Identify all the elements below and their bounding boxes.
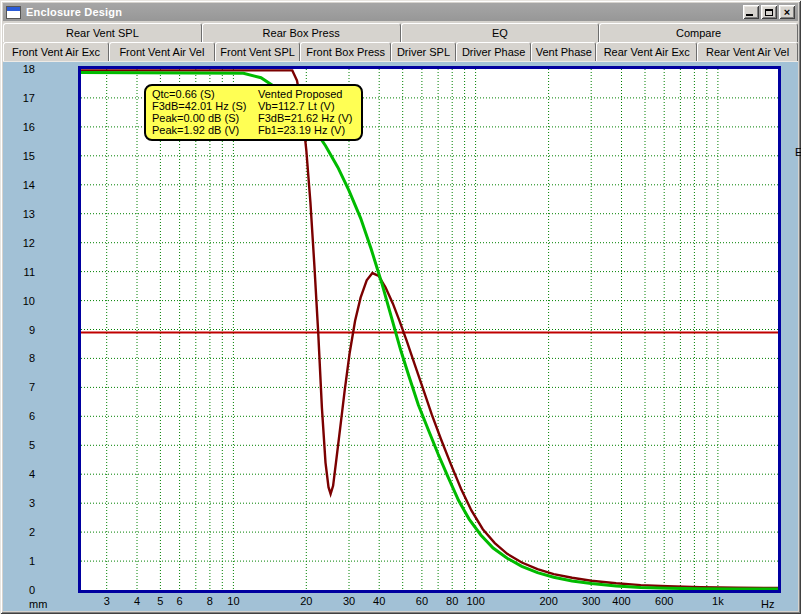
x-tick-100: 100 bbox=[466, 595, 484, 607]
y-tick-5: 5 bbox=[29, 439, 35, 451]
minimize-button[interactable] bbox=[743, 5, 759, 19]
y-tick-4: 4 bbox=[29, 468, 35, 480]
y-tick-17: 17 bbox=[23, 92, 35, 104]
tab-eq[interactable]: EQ bbox=[401, 23, 600, 42]
y-tick-13: 13 bbox=[23, 208, 35, 220]
window-icon bbox=[6, 6, 21, 19]
x-tick-200: 200 bbox=[539, 595, 557, 607]
y-tick-15: 15 bbox=[23, 150, 35, 162]
maximize-button[interactable] bbox=[761, 5, 777, 19]
tab-vent-phase[interactable]: Vent Phase bbox=[531, 42, 596, 61]
x-axis-unit: Hz bbox=[761, 598, 774, 610]
y-axis-labels: 0123456789101112131415161718 bbox=[5, 69, 49, 590]
x-tick-60: 60 bbox=[416, 595, 428, 607]
y-tick-0: 0 bbox=[29, 584, 35, 596]
x-tick-30: 30 bbox=[343, 595, 355, 607]
x-tick-300: 300 bbox=[582, 595, 600, 607]
tab-compare[interactable]: Compare bbox=[599, 23, 798, 42]
y-tick-6: 6 bbox=[29, 410, 35, 422]
x-tick-5: 5 bbox=[157, 595, 163, 607]
tab-front-vent-air-vel[interactable]: Front Vent Air Vel bbox=[109, 42, 215, 61]
legend: Exc bbox=[795, 143, 801, 160]
tab-rear-box-press[interactable]: Rear Box Press bbox=[202, 23, 401, 42]
y-tick-16: 16 bbox=[23, 121, 35, 133]
chart-panel: Qtc=0.66 (S)Vented ProposedF3dB=42.01 Hz… bbox=[3, 61, 798, 611]
excursion-plot bbox=[81, 69, 778, 590]
x-tick-4: 4 bbox=[134, 595, 140, 607]
y-axis-unit: mm bbox=[29, 598, 47, 610]
tab-rear-vent-air-vel[interactable]: Rear Vent Air Vel bbox=[697, 42, 798, 61]
y-tick-10: 10 bbox=[23, 295, 35, 307]
plot-svg bbox=[81, 69, 778, 590]
info-left-1: F3dB=42.01 Hz (S) bbox=[152, 100, 252, 112]
close-button[interactable]: × bbox=[779, 5, 795, 19]
tab-driver-spl[interactable]: Driver SPL bbox=[391, 42, 456, 61]
info-right-3: Fb1=23.19 Hz (V) bbox=[258, 124, 355, 136]
legend-label: Exc bbox=[795, 146, 801, 158]
info-left-3: Peak=1.92 dB (V) bbox=[152, 124, 252, 136]
y-tick-11: 11 bbox=[24, 266, 35, 278]
y-tick-2: 2 bbox=[29, 526, 35, 538]
tab-front-vent-spl[interactable]: Front Vent SPL bbox=[215, 42, 301, 61]
y-tick-8: 8 bbox=[29, 352, 35, 364]
x-tick-40: 40 bbox=[373, 595, 385, 607]
tab-rear-vent-air-exc[interactable]: Rear Vent Air Exc bbox=[596, 42, 697, 61]
x-tick-80: 80 bbox=[446, 595, 458, 607]
info-right-1: Vb=112.7 Lt (V) bbox=[258, 100, 355, 112]
alignment-info-box: Qtc=0.66 (S)Vented ProposedF3dB=42.01 Hz… bbox=[144, 84, 363, 141]
x-tick-600: 600 bbox=[655, 595, 673, 607]
minimize-icon bbox=[746, 14, 753, 16]
tab-rear-vent-spl[interactable]: Rear Vent SPL bbox=[3, 23, 202, 42]
x-tick-10: 10 bbox=[227, 595, 239, 607]
close-icon: × bbox=[784, 7, 790, 17]
window-title: Enclosure Design bbox=[26, 6, 741, 18]
x-tick-1k: 1k bbox=[712, 595, 724, 607]
y-tick-1: 1 bbox=[29, 555, 35, 567]
x-tick-3: 3 bbox=[104, 595, 110, 607]
y-tick-18: 18 bbox=[23, 63, 35, 75]
tab-front-box-press[interactable]: Front Box Press bbox=[300, 42, 391, 61]
title-bar[interactable]: Enclosure Design × bbox=[3, 3, 798, 21]
info-right-2: F3dB=21.62 Hz (V) bbox=[258, 112, 355, 124]
y-tick-9: 9 bbox=[29, 324, 35, 336]
info-left-2: Peak=0.00 dB (S) bbox=[152, 112, 252, 124]
info-left-0: Qtc=0.66 (S) bbox=[152, 88, 252, 100]
x-tick-6: 6 bbox=[177, 595, 183, 607]
y-tick-7: 7 bbox=[29, 381, 35, 393]
x-tick-8: 8 bbox=[207, 595, 213, 607]
y-tick-14: 14 bbox=[23, 179, 35, 191]
tab-driver-phase[interactable]: Driver Phase bbox=[456, 42, 531, 61]
plot-frame: Qtc=0.66 (S)Vented ProposedF3dB=42.01 Hz… bbox=[78, 66, 781, 593]
tab-row-1: Rear Vent SPLRear Box PressEQCompare bbox=[3, 23, 798, 42]
tab-row-2: Front Vent Air ExcFront Vent Air VelFron… bbox=[3, 42, 798, 61]
tab-front-vent-air-exc[interactable]: Front Vent Air Exc bbox=[3, 42, 109, 61]
x-tick-20: 20 bbox=[300, 595, 312, 607]
x-tick-400: 400 bbox=[612, 595, 630, 607]
curve-sealed bbox=[81, 73, 778, 590]
y-tick-3: 3 bbox=[29, 497, 35, 509]
x-axis-labels: 345681020304060801002003004006001k bbox=[81, 595, 778, 609]
enclosure-design-window: Enclosure Design × Rear Vent SPLRear Box… bbox=[0, 0, 801, 614]
y-tick-12: 12 bbox=[23, 237, 35, 249]
info-right-0: Vented Proposed bbox=[258, 88, 355, 100]
maximize-icon bbox=[765, 9, 773, 16]
